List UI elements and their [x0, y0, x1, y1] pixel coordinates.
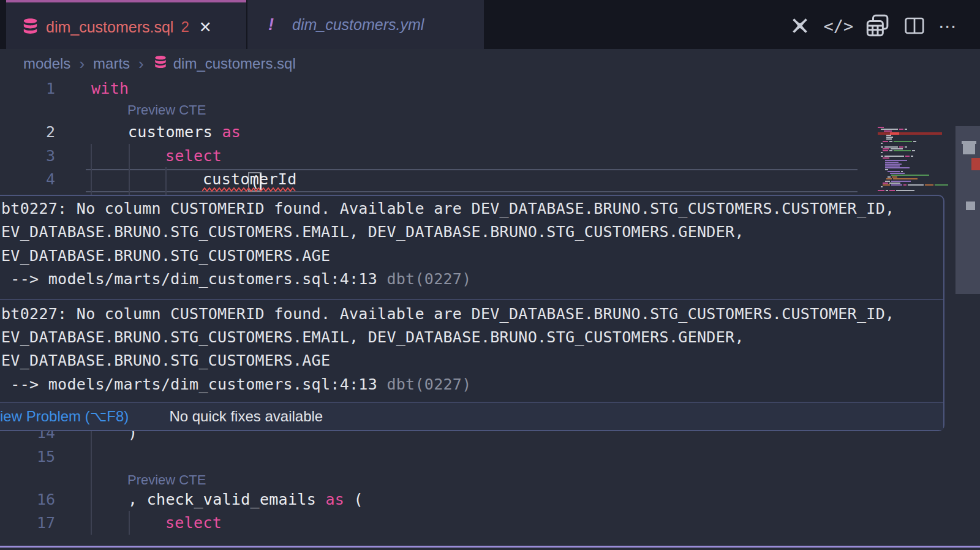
minimap-code-line — [860, 157, 946, 159]
minimap-code-line — [860, 165, 946, 167]
error-code: dbt(0227) — [386, 270, 471, 288]
more-actions-icon[interactable]: ⋯ — [932, 13, 964, 38]
minimap[interactable] — [860, 127, 946, 200]
ruler-mark — [963, 143, 975, 154]
close-icon[interactable]: ✕ — [199, 18, 212, 36]
database-icon — [154, 55, 167, 72]
dbt-logo-icon[interactable] — [784, 13, 816, 38]
minimap-code-line — [860, 148, 946, 149]
breadcrumb-models[interactable]: models — [23, 55, 70, 72]
minimap-code-line — [860, 156, 946, 157]
code-text: select — [165, 144, 222, 168]
minimap-code-line — [860, 169, 946, 170]
minimap-code-line — [860, 171, 946, 172]
error-text: EV_DATABASE.BRUNO.STG_CUSTOMERS.EMAIL, D… — [1, 220, 937, 244]
minimap-code-line — [860, 146, 946, 148]
minimap-code-line — [860, 141, 946, 142]
warning-bang-icon: ! — [268, 15, 274, 34]
chevron-right-icon: › — [138, 55, 144, 73]
error-text: bt0227: No column CUSTOMERID found. Avai… — [1, 197, 937, 220]
editor-window: dim_customers.sql 2 ✕ ! dim_customers.ym… — [0, 0, 980, 550]
minimap-code-line — [860, 160, 946, 161]
minimap-code-line — [860, 186, 946, 187]
code-line-16[interactable]: 16 , check_valid_emails as ( — [0, 488, 858, 511]
line-number: 2 — [0, 120, 55, 144]
copy-table-icon[interactable] — [861, 13, 894, 38]
code-line-17[interactable]: 17 select — [0, 511, 858, 535]
minimap-code-line — [860, 150, 946, 151]
quick-fix-status: No quick fixes available — [169, 408, 323, 425]
line-number: 16 — [0, 488, 55, 511]
breadcrumb: models › marts › dim_customers.sql — [23, 51, 296, 76]
error-text: bt0227: No column CUSTOMERID found. Avai… — [1, 303, 937, 326]
hover-status-bar: iew Problem (⌥F8) No quick fixes availab… — [0, 403, 943, 430]
minimap-code-line — [860, 135, 946, 136]
minimap-code-line — [860, 143, 946, 144]
chevron-right-icon: › — [79, 55, 85, 73]
tab-dim-customers-yml[interactable]: ! dim_customers.yml — [247, 0, 484, 49]
error-message-block: bt0227: No column CUSTOMERID found. Avai… — [0, 196, 943, 299]
error-location: --> models/marts/dim_customers.sql:4:13 … — [1, 373, 937, 396]
code-text: with — [91, 77, 129, 100]
code-text: select — [165, 511, 222, 535]
error-text: EV_DATABASE.BRUNO.STG_CUSTOMERS.EMAIL, D… — [1, 326, 937, 349]
minimap-code-line — [860, 183, 946, 184]
breadcrumb-marts[interactable]: marts — [93, 55, 130, 72]
minimap-code-line — [860, 175, 946, 176]
tab-dim-customers-sql[interactable]: dim_customers.sql 2 ✕ — [6, 0, 246, 51]
minimap-code-line — [860, 181, 946, 182]
code-text: customers as — [128, 120, 241, 144]
line-number: 1 — [0, 77, 55, 100]
minimap-code-line — [860, 162, 946, 163]
split-editor-icon[interactable] — [900, 13, 929, 38]
error-location: --> models/marts/dim_customers.sql:4:13 … — [1, 268, 937, 291]
view-problem-link[interactable]: iew Problem (⌥F8) — [0, 408, 129, 425]
error-text: EV_DATABASE.BRUNO.STG_CUSTOMERS.AGE — [1, 349, 937, 372]
minimap-code-line — [860, 130, 946, 132]
error-squiggle — [202, 187, 298, 192]
tab-label: dim_customers.sql — [46, 18, 173, 36]
error-hover-popup: bt0227: No column CUSTOMERID found. Avai… — [0, 195, 944, 431]
minimap-code-line — [860, 184, 946, 186]
code-line-2[interactable]: 2 customers as — [0, 120, 858, 144]
line-number: 17 — [0, 511, 55, 535]
error-message-block: bt0227: No column CUSTOMERID found. Avai… — [0, 300, 943, 402]
tab-bar: dim_customers.sql 2 ✕ ! dim_customers.ym… — [0, 0, 980, 49]
code-line-3[interactable]: 3 select — [0, 144, 858, 168]
line-number: 4 — [0, 167, 55, 191]
line-number: 3 — [0, 144, 55, 168]
minimap-code-line — [860, 176, 946, 178]
panel-border-line — [0, 546, 980, 548]
minimap-code-line — [860, 152, 946, 153]
minimap-code-line — [860, 178, 946, 179]
code-line-15[interactable]: 15 — [0, 445, 858, 469]
minimap-code-line — [860, 138, 946, 140]
minimap-code-line — [860, 127, 946, 128]
error-text: EV_DATABASE.BRUNO.STG_CUSTOMERS.AGE — [1, 244, 937, 268]
minimap-code-line — [860, 190, 946, 191]
ruler-mark — [966, 202, 975, 210]
scrollbar[interactable] — [954, 98, 980, 550]
code-line-1[interactable]: 1 with — [0, 77, 858, 100]
breadcrumb-file[interactable]: dim_customers.sql — [173, 55, 296, 72]
codelens-preview-cte[interactable]: Preview CTE — [127, 100, 206, 120]
line-number: 15 — [0, 445, 55, 469]
minimap-code-line — [860, 173, 946, 174]
minimap-code-line — [860, 167, 946, 168]
compiled-code-icon[interactable]: </> — [820, 13, 858, 38]
code-line-4[interactable]: 4 customerId — [0, 167, 858, 191]
minimap-code-line — [860, 137, 946, 138]
error-code: dbt(0227) — [386, 375, 471, 393]
database-icon — [22, 18, 39, 37]
minimap-code-line — [860, 164, 946, 165]
ruler-error-mark — [971, 158, 980, 170]
code-text: , check_valid_emails as ( — [128, 488, 363, 511]
tab-label: dim_customers.yml — [292, 16, 424, 34]
tab-error-count-badge: 2 — [181, 18, 189, 36]
minimap-code-line — [860, 129, 946, 130]
